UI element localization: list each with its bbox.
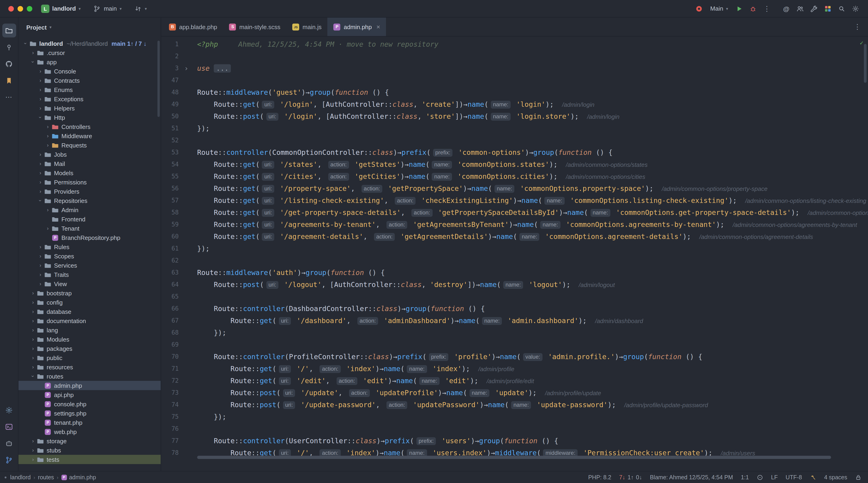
debug-button[interactable] <box>747 3 759 15</box>
chevron-right-icon[interactable]: › <box>44 207 51 212</box>
chevron-down-icon[interactable]: › <box>38 114 43 121</box>
line-number[interactable]: 53 <box>161 146 179 159</box>
line-number[interactable]: 67 <box>161 315 179 327</box>
plugin-icon[interactable] <box>822 3 834 15</box>
tree-item-frontend[interactable]: Frontend <box>19 215 161 224</box>
code-line[interactable]: 2 <box>161 50 868 62</box>
chevron-right-icon[interactable]: › <box>37 105 44 111</box>
line-number[interactable]: 76 <box>161 423 179 435</box>
chevron-right-icon[interactable]: › <box>37 281 44 287</box>
code-line[interactable]: 53Route::controller(CommonOptionControll… <box>161 146 868 159</box>
chevron-right-icon[interactable]: › <box>37 179 44 185</box>
chevron-right-icon[interactable]: › <box>30 327 36 333</box>
run-button[interactable] <box>733 3 745 15</box>
line-number[interactable]: 51 <box>161 122 179 135</box>
code-line[interactable]: 68 }); <box>161 327 868 339</box>
code-line[interactable]: 60 Route::get(uri: '/agreement-details',… <box>161 231 868 243</box>
terminal-icon[interactable] <box>2 420 16 433</box>
settings-icon[interactable] <box>849 3 862 15</box>
tree-item-http[interactable]: ›Http <box>19 113 161 122</box>
chevron-right-icon[interactable]: › <box>44 226 51 231</box>
chevron-right-icon[interactable]: › <box>37 189 44 194</box>
editor-vertical-scrollbar[interactable] <box>864 44 867 83</box>
chevron-down-icon[interactable]: › <box>38 197 43 204</box>
code-line[interactable]: 70 Route::controller(ProfileController::… <box>161 351 868 363</box>
line-number[interactable]: 56 <box>161 182 179 195</box>
line-ending-widget[interactable]: LF <box>771 474 778 480</box>
git-branch-icon[interactable] <box>2 453 16 467</box>
tab-admin-php[interactable]: Padmin.php× <box>328 18 386 36</box>
chevron-right-icon[interactable]: › <box>30 447 36 453</box>
line-number[interactable]: 72 <box>161 375 179 387</box>
line-number[interactable]: 57 <box>161 195 179 207</box>
chevron-right-icon[interactable]: › <box>30 300 36 305</box>
chevron-down-icon[interactable]: › <box>30 58 36 65</box>
tree-item-documentation[interactable]: ›documentation <box>19 316 161 325</box>
project-widget[interactable]: L landlord ▾ <box>38 3 84 14</box>
line-number[interactable]: 3 <box>161 62 179 75</box>
tree-item-storage[interactable]: ›storage <box>19 436 161 446</box>
line-number[interactable]: 49 <box>161 98 179 111</box>
project-tree-scrollbar[interactable] <box>157 41 160 117</box>
code-line[interactable]: 50 Route::post(uri: '/login', [AuthContr… <box>161 111 868 122</box>
chevron-right-icon[interactable]: › <box>44 142 51 148</box>
tree-item-requests[interactable]: ›Requests <box>19 141 161 150</box>
chevron-right-icon[interactable]: › <box>37 161 44 166</box>
settings-icon[interactable] <box>2 403 16 417</box>
tree-item-permissions[interactable]: ›Permissions <box>19 177 161 187</box>
tree-item-api-php[interactable]: Papi.php <box>19 390 161 399</box>
chevron-right-icon[interactable]: › <box>30 355 36 361</box>
line-number[interactable]: 48 <box>161 86 179 98</box>
chevron-right-icon[interactable]: › <box>30 318 36 323</box>
line-number[interactable]: 58 <box>161 207 179 219</box>
tab-options-icon[interactable]: ⋮ <box>851 21 863 33</box>
indent-widget[interactable]: 4 spaces <box>824 474 847 480</box>
code-line[interactable]: 71 Route::get(uri: '/', action: 'index')… <box>161 363 868 375</box>
chevron-right-icon[interactable]: › <box>37 151 44 157</box>
line-number[interactable]: 71 <box>161 363 179 375</box>
caret-position-widget[interactable]: 1:1 <box>741 474 749 480</box>
tree-item-tenant[interactable]: ›Tenant <box>19 224 161 233</box>
code-line[interactable]: 49 Route::get(uri: '/login', [AuthContro… <box>161 98 868 111</box>
line-number[interactable]: 47 <box>161 75 179 86</box>
tree-item-resources[interactable]: ›resources <box>19 362 161 372</box>
chevron-down-icon[interactable]: › <box>30 373 36 380</box>
breadcrumb-item-routes[interactable]: routes <box>38 474 54 480</box>
chevron-right-icon[interactable]: › <box>44 124 51 130</box>
close-window-button[interactable] <box>8 6 14 11</box>
tree-item-traits[interactable]: ›Traits <box>19 270 161 279</box>
breadcrumb-item-admin-php[interactable]: Padmin.php <box>61 474 96 480</box>
code-line[interactable]: 61}); <box>161 243 868 255</box>
chevron-right-icon[interactable]: › <box>30 457 36 462</box>
tree-item-stubs[interactable]: ›stubs <box>19 446 161 455</box>
code-line[interactable]: 64 Route::post(uri: '/logout', [AuthCont… <box>161 279 868 291</box>
maximize-window-button[interactable] <box>27 6 32 11</box>
code-line[interactable]: 65 <box>161 291 868 303</box>
ai-assistant-icon[interactable] <box>2 436 16 450</box>
code-line[interactable]: 69 <box>161 339 868 351</box>
inspections-ok-icon[interactable]: ✓ <box>860 39 863 46</box>
project-panel-header[interactable]: Project ▾ <box>19 18 161 37</box>
github-icon[interactable] <box>2 57 16 71</box>
chevron-right-icon[interactable]: › <box>37 78 44 83</box>
tab-main-style-scss[interactable]: Smain-style.scss <box>223 18 286 36</box>
tree-item-public[interactable]: ›public <box>19 353 161 362</box>
chevron-right-icon[interactable]: › <box>30 438 36 444</box>
chevron-down-icon[interactable]: › <box>23 40 28 47</box>
code-line[interactable]: 1<?phpAhmed, 12/5/25, 4:54 PM · move to … <box>161 38 868 50</box>
chevron-right-icon[interactable]: › <box>37 170 44 176</box>
code-line[interactable]: 48Route::middleware('guest')→group(funct… <box>161 86 868 98</box>
breadcrumb-item-landlord[interactable]: landlord <box>10 474 31 480</box>
tree-item-services[interactable]: ›Services <box>19 261 161 270</box>
vcs-update-widget[interactable]: ▾ <box>130 3 150 14</box>
code-line[interactable]: 52 <box>161 135 868 146</box>
code-line[interactable]: 51}); <box>161 122 868 135</box>
lock-widget[interactable] <box>855 474 862 480</box>
code-line[interactable]: 66 Route::controller(DashboardController… <box>161 303 868 315</box>
line-number[interactable]: 66 <box>161 303 179 315</box>
more-icon[interactable]: ⋯ <box>2 90 16 104</box>
line-number[interactable]: 78 <box>161 447 179 459</box>
tree-item-admin-php[interactable]: Padmin.php <box>19 381 161 390</box>
tree-item-mail[interactable]: ›Mail <box>19 159 161 168</box>
tree-item-database[interactable]: ›database <box>19 307 161 316</box>
